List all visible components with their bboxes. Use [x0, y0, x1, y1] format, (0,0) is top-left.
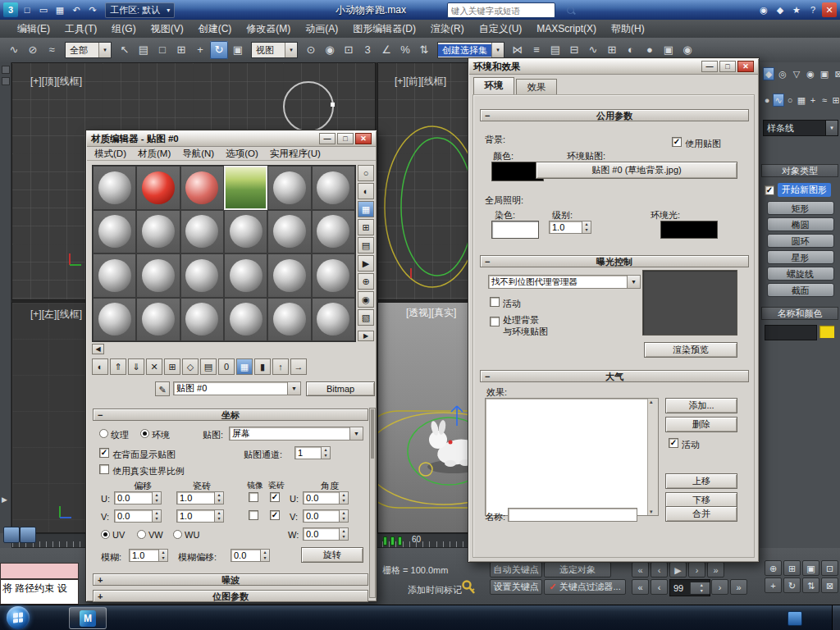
render-production-icon[interactable]: ◉ [678, 41, 696, 59]
viewport-left-label[interactable]: [+][左][线框] [30, 308, 82, 322]
scene-explorer-icon[interactable] [3, 527, 20, 543]
merge-button[interactable]: 合并 [665, 506, 737, 522]
snap-toggle-icon[interactable]: 3 [358, 41, 377, 59]
material-slot[interactable] [267, 166, 311, 210]
keyboard-override-icon[interactable]: ⊡ [340, 41, 358, 59]
material-slot[interactable] [93, 210, 136, 254]
material-slot[interactable] [180, 298, 224, 342]
scroll-right-icon[interactable]: ▶ [358, 331, 374, 341]
helpers-icon[interactable]: + [807, 94, 819, 107]
uv-radio[interactable] [101, 530, 110, 539]
mapping-dropdown[interactable]: 屏幕▼ [229, 427, 363, 441]
geometry-icon[interactable]: ● [761, 94, 773, 107]
u-tiling-field[interactable]: 1.0▴▾ [176, 491, 224, 504]
put-material-to-scene-icon[interactable]: ⇑ [110, 358, 126, 375]
strip-handle-icon[interactable] [2, 66, 10, 74]
license-key-icon[interactable]: ◆ [773, 2, 788, 17]
workspace-dropdown[interactable]: 工作区: 默认▾ [105, 2, 175, 18]
ambient-color-swatch[interactable] [660, 221, 718, 239]
angle-v-spinner[interactable]: ▴▾ [339, 510, 348, 522]
process-background-checkbox[interactable] [490, 317, 500, 326]
texture-radio[interactable] [99, 429, 108, 438]
close-icon[interactable]: ✕ [822, 2, 837, 17]
v-mirror-checkbox[interactable] [249, 510, 258, 520]
material-name-dropdown[interactable]: 贴图 #0▼ [173, 381, 301, 395]
make-copy-icon[interactable]: ⊞ [164, 358, 180, 375]
lights-icon[interactable]: ○ [784, 94, 796, 107]
undo-icon[interactable]: ↶ [69, 2, 84, 17]
delete-effect-button[interactable]: 删除 [665, 417, 737, 432]
help-icon[interactable]: ? [806, 2, 820, 17]
material-slot[interactable] [180, 166, 224, 210]
reset-map-icon[interactable]: ✕ [146, 358, 162, 375]
vw-radio[interactable] [137, 530, 146, 539]
backface-checkbox[interactable] [99, 448, 109, 458]
material-slot[interactable] [136, 166, 180, 210]
select-object-icon[interactable]: ↖ [116, 41, 134, 59]
menu-item[interactable]: 导航(N) [176, 148, 220, 160]
go-to-end-icon[interactable]: » [707, 562, 724, 578]
select-and-manipulate-icon[interactable]: ◉ [321, 41, 339, 59]
menu-item[interactable]: 动画(A) [298, 20, 345, 38]
v-offset-field[interactable]: 0.0▴▾ [114, 509, 162, 523]
select-by-name-icon[interactable]: ▤ [135, 41, 153, 59]
wu-radio[interactable] [173, 530, 182, 539]
strip-handle-icon[interactable] [2, 77, 10, 85]
blur-offset-spinner[interactable]: ▴▾ [260, 550, 269, 561]
key-mode-toggle-icon[interactable]: « [632, 579, 649, 595]
object-type-rollout[interactable]: 对象类型 [761, 164, 838, 177]
spinner-snap-icon[interactable]: ⇅ [415, 41, 433, 59]
go-to-start-icon[interactable]: « [632, 562, 649, 578]
material-editor-titlebar[interactable]: 材质编辑器 - 贴图 #0 — □ ✕ [87, 131, 376, 147]
blur-spinner[interactable]: ▴▾ [158, 550, 167, 561]
material-slot[interactable] [224, 210, 267, 254]
level-spinner[interactable]: ▴▾ [582, 221, 591, 233]
assign-material-icon[interactable]: ⇓ [128, 358, 144, 375]
close-icon[interactable]: ✕ [355, 133, 372, 144]
start-new-shape-checkbox[interactable] [765, 185, 774, 195]
minimize-icon[interactable]: — [319, 133, 336, 144]
material-slot[interactable] [267, 253, 311, 298]
v-offset-spinner[interactable]: ▴▾ [152, 510, 161, 522]
noise-rollout[interactable]: +噪波 [93, 573, 368, 586]
material-map-navigator-icon[interactable]: ▧ [358, 309, 374, 326]
close-icon[interactable]: ✕ [737, 61, 754, 72]
maxscript-mini-listener[interactable]: 将 路径约束 设 [0, 579, 79, 605]
shapes-icon[interactable]: ∿ [773, 94, 784, 107]
align-icon[interactable]: ≡ [527, 41, 546, 59]
maximize-icon[interactable]: □ [719, 61, 736, 72]
u-tile-checkbox[interactable] [270, 492, 280, 502]
menu-item[interactable]: 实用程序(U) [264, 148, 326, 160]
material-slot[interactable] [136, 210, 180, 254]
keyframe-marker[interactable] [390, 536, 395, 546]
v-tile-checkbox[interactable] [270, 510, 280, 520]
current-frame-field[interactable]: 99 ▴▾ [669, 579, 710, 596]
utilities-tab-icon[interactable]: ⊠ [833, 67, 840, 80]
go-to-parent-icon[interactable]: ↑ [272, 358, 289, 375]
u-tiling-spinner[interactable]: ▴▾ [214, 492, 223, 504]
menu-item[interactable]: 图形编辑器(D) [345, 20, 423, 38]
zoom-extents-icon[interactable]: ▣ [802, 560, 819, 576]
zoom-all-icon[interactable]: ⊞ [783, 560, 801, 576]
menu-item[interactable]: 模式(D) [89, 148, 132, 160]
environment-titlebar[interactable]: 环境和效果 — □ ✕ [469, 59, 758, 75]
map-type-button[interactable]: Bitmap [306, 381, 375, 396]
angle-w-field[interactable]: 0.0▴▾ [303, 527, 349, 541]
select-by-material-icon[interactable]: ◉ [358, 291, 374, 308]
next-frame-icon[interactable]: › [688, 562, 705, 578]
zoom-region-icon[interactable]: ⊡ [821, 560, 838, 576]
field-of-view-icon[interactable]: ⇅ [802, 578, 819, 593]
material-slot[interactable] [224, 298, 267, 342]
tab-effects[interactable]: 效果 [516, 79, 557, 94]
search-input[interactable] [448, 6, 565, 16]
bitmap-parameters-rollout[interactable]: +位图参数 [93, 590, 368, 602]
rendered-frame-icon[interactable]: ▣ [660, 41, 678, 59]
realworld-checkbox[interactable] [99, 464, 109, 474]
save-file-icon[interactable]: ▦ [52, 2, 67, 17]
open-file-icon[interactable]: ▭ [36, 2, 51, 17]
menu-item[interactable]: 自定义(U) [472, 20, 530, 38]
add-time-tag[interactable]: 添加时间标记 [408, 584, 462, 596]
sample-background-icon[interactable]: ▦ [358, 201, 374, 217]
shape-button[interactable]: 螺旋线 [767, 267, 834, 281]
space-warps-icon[interactable]: ≈ [819, 94, 830, 107]
